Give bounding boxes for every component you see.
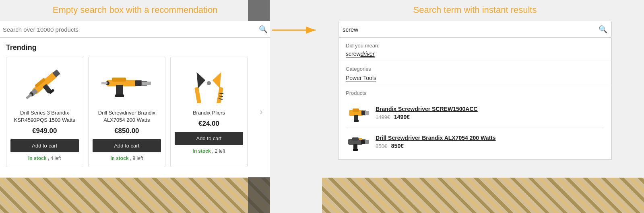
- price-old-1: 850€: [376, 143, 387, 149]
- svg-rect-7: [26, 93, 32, 99]
- svg-marker-20: [212, 72, 221, 88]
- stock-count-2: , 2 left: [212, 148, 225, 154]
- product-result-thumb-0: [346, 102, 370, 124]
- right-search-icon[interactable]: 🔍: [599, 25, 607, 34]
- stock-info-1: In stock , 9 left: [110, 156, 143, 161]
- chevron-right-icon: ›: [260, 107, 262, 117]
- add-to-cart-button-2[interactable]: Add to cart: [175, 132, 243, 145]
- right-search-wrapper[interactable]: 🔍: [338, 21, 612, 38]
- price-old-0: 1499€: [376, 114, 390, 120]
- product-image-1: [97, 61, 157, 105]
- right-panel-title: Search term with instant results: [413, 5, 537, 15]
- svg-rect-13: [115, 94, 124, 97]
- svg-rect-38: [365, 140, 369, 144]
- did-you-mean-label: Did you mean:: [346, 43, 604, 49]
- left-dropdown: Trending: [0, 38, 270, 177]
- product-price-0: €949.00: [32, 127, 57, 135]
- in-stock-label-0: In stock: [28, 156, 46, 161]
- svg-point-21: [207, 81, 211, 85]
- drill-straight-icon: [101, 63, 153, 103]
- trending-product-2: Brandix Pliers €24.00 Add to cart In sto…: [170, 57, 248, 167]
- did-you-mean-suffix: driver: [361, 51, 375, 57]
- right-panel: Search term with instant results 🔍 Did y…: [322, 0, 644, 213]
- trending-section: Trending: [0, 38, 270, 177]
- did-you-mean-link[interactable]: screwdriver: [346, 51, 375, 57]
- product-image-0: [14, 61, 75, 105]
- product-result-drill-icon-1: [347, 132, 369, 152]
- product-result-info-0: Brandix Screwdriver SCREW1500ACC 1499€ 1…: [376, 106, 604, 120]
- right-search-container: 🔍 Did you mean: screwdriver Categories P…: [338, 21, 612, 160]
- product-result-drill-icon-0: [347, 103, 369, 123]
- trending-product-1: Drill Screwdriver Brandix ALX7054 200 Wa…: [88, 57, 165, 167]
- svg-rect-30: [354, 115, 358, 121]
- product-result-0: Brandix Screwdriver SCREW1500ACC 1499€ 1…: [346, 98, 604, 127]
- svg-rect-36: [353, 144, 357, 150]
- svg-rect-31: [354, 120, 359, 122]
- left-bg-texture: [0, 178, 270, 213]
- in-stock-label-1: In stock: [110, 156, 128, 161]
- svg-rect-17: [194, 87, 202, 103]
- drill-angled-icon: [19, 63, 71, 103]
- product-result-prices-1: 850€ 850€: [376, 143, 604, 149]
- product-image-2: [179, 61, 239, 105]
- left-search-icon[interactable]: 🔍: [259, 25, 268, 34]
- trending-products-grid: Drill Series 3 Brandix KSR4590PQS 1500 W…: [6, 57, 264, 173]
- did-you-mean-section: Did you mean: screwdriver: [339, 38, 611, 61]
- products-section: Products: [339, 85, 611, 159]
- svg-marker-19: [196, 72, 206, 88]
- trending-next-chevron[interactable]: ›: [252, 57, 264, 167]
- product-name-0: Drill Series 3 Brandix KSR4590PQS 1500 W…: [10, 109, 79, 124]
- svg-rect-16: [142, 82, 151, 85]
- right-content: Search term with instant results 🔍 Did y…: [330, 0, 620, 213]
- product-result-1: Drill Screwdriver Brandix ALX7054 200 Wa…: [346, 127, 604, 156]
- svg-rect-11: [112, 78, 126, 82]
- did-you-mean-prefix: screw: [346, 51, 361, 57]
- svg-rect-29: [353, 109, 359, 112]
- svg-rect-15: [101, 82, 107, 84]
- arrow-section: [270, 0, 322, 36]
- left-search-input[interactable]: [3, 26, 259, 33]
- in-stock-label-2: In stock: [192, 148, 211, 154]
- product-result-info-1: Drill Screwdriver Brandix ALX7054 200 Wa…: [376, 135, 604, 149]
- stock-count-1: , 9 left: [130, 156, 143, 161]
- price-new-0: 1499€: [394, 114, 410, 120]
- left-panel-title: Empty search box with a recommendation: [53, 5, 218, 15]
- svg-rect-18: [216, 87, 223, 103]
- svg-rect-32: [365, 111, 369, 115]
- stock-info-2: In stock , 2 left: [192, 148, 225, 154]
- left-search-container: 🔍 Trending: [0, 21, 270, 177]
- product-result-prices-0: 1499€ 1499€: [376, 114, 604, 120]
- svg-rect-37: [353, 149, 358, 151]
- left-panel: Empty search box with a recommendation 🔍…: [0, 0, 270, 213]
- categories-section: Categories Power Tools: [339, 61, 611, 85]
- left-search-wrapper[interactable]: 🔍: [0, 21, 270, 38]
- stock-count-0: , 4 left: [48, 156, 61, 161]
- stock-info-0: In stock , 4 left: [28, 156, 61, 161]
- category-link-0[interactable]: Power Tools: [346, 75, 376, 82]
- product-name-1: Drill Screwdriver Brandix ALX7054 200 Wa…: [93, 109, 161, 124]
- trending-product-0: Drill Series 3 Brandix KSR4590PQS 1500 W…: [6, 57, 83, 167]
- categories-label: Categories: [346, 66, 604, 72]
- svg-rect-35: [352, 137, 359, 141]
- trending-label: Trending: [6, 43, 264, 52]
- svg-rect-39: [359, 138, 362, 140]
- product-price-2: €24.00: [198, 120, 219, 128]
- pliers-icon: [183, 63, 235, 103]
- svg-rect-12: [116, 85, 123, 95]
- add-to-cart-button-1[interactable]: Add to cart: [93, 139, 161, 152]
- add-to-cart-button-0[interactable]: Add to cart: [10, 139, 79, 152]
- right-arrow-icon: [272, 24, 320, 36]
- price-new-1: 850€: [391, 143, 404, 149]
- products-label: Products: [346, 90, 604, 96]
- product-result-thumb-1: [346, 131, 370, 153]
- right-dropdown: Did you mean: screwdriver Categories Pow…: [338, 38, 612, 160]
- right-search-input[interactable]: [343, 26, 599, 33]
- product-result-name-1[interactable]: Drill Screwdriver Brandix ALX7054 200 Wa…: [376, 135, 604, 141]
- product-result-name-0[interactable]: Brandix Screwdriver SCREW1500ACC: [376, 106, 604, 112]
- product-name-2: Brandix Pliers: [193, 109, 225, 117]
- product-price-1: €850.00: [114, 127, 139, 135]
